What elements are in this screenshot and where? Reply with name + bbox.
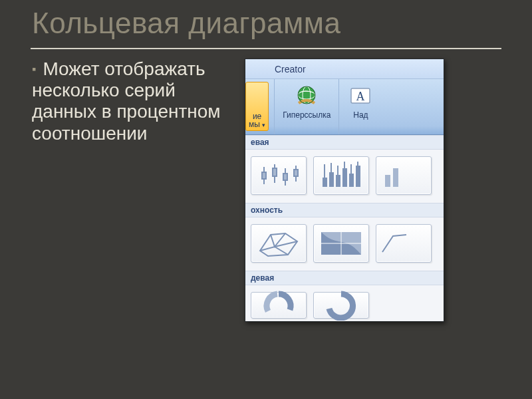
svg-rect-27 [393, 168, 398, 187]
chart-thumb-surface-3[interactable] [376, 224, 432, 263]
svg-rect-17 [342, 168, 347, 187]
bullet-list: Может отображать несколько серий данных … [32, 59, 231, 322]
chart-thumb-surface-1[interactable] [251, 224, 307, 263]
surface-3d-icon [255, 228, 303, 259]
surface-contour-icon [317, 228, 365, 259]
ribbon: ие мы ▾ Гиперссылка [245, 79, 444, 135]
chart-thumb-stock-1[interactable] [251, 156, 307, 195]
chart-thumb-doughnut-1[interactable] [251, 292, 307, 319]
surface-3-icon [380, 228, 428, 259]
svg-rect-13 [294, 170, 298, 176]
svg-rect-15 [329, 172, 334, 187]
doughnut-icon [255, 290, 303, 321]
chart-dropdown-button[interactable]: ие мы ▾ [245, 82, 269, 131]
stock-chart-icon [255, 160, 303, 191]
hyperlink-button[interactable]: Гиперссылка [280, 82, 333, 121]
svg-rect-26 [385, 175, 390, 187]
gallery-section-doughnut: девая [245, 271, 444, 285]
office-screenshot: Creator ие мы ▾ [245, 59, 444, 322]
gallery-row-doughnut [245, 285, 444, 321]
stock-bar-chart-icon [317, 160, 365, 191]
slide: Кольцевая диаграмма Может отображать нес… [28, 4, 504, 374]
svg-rect-14 [323, 178, 327, 187]
slide-content: Может отображать несколько серий данных … [28, 59, 504, 322]
bullet-item: Может отображать несколько серий данных … [32, 59, 231, 144]
slide-title: Кольцевая диаграмма [28, 4, 504, 48]
chart-gallery: евая [245, 135, 444, 321]
doughnut-2-icon [317, 290, 365, 321]
chevron-down-icon: ▾ [262, 122, 265, 128]
chart-thumb-surface-2[interactable] [313, 224, 369, 263]
textbox-icon: A [347, 83, 374, 110]
svg-rect-19 [356, 166, 360, 187]
ribbon-group-chart: ие мы ▾ [245, 79, 275, 134]
app-header-label: Creator [275, 64, 306, 74]
chart-thumb-doughnut-2[interactable] [313, 292, 369, 319]
divider [31, 48, 501, 49]
gallery-section-surface: охность [245, 203, 444, 217]
ribbon-group-links: Гиперссылка [275, 79, 339, 134]
textbox-button[interactable]: A Над [344, 82, 376, 121]
svg-rect-16 [336, 175, 340, 187]
gallery-row-stock [245, 150, 444, 203]
globe-icon [293, 83, 320, 110]
svg-rect-18 [349, 174, 354, 187]
chart-thumb-stock-3[interactable] [376, 156, 432, 195]
stock-chart-3-icon [380, 160, 428, 191]
gallery-section-stock: евая [245, 135, 444, 150]
svg-rect-11 [283, 174, 287, 180]
ribbon-group-text: A Над [339, 79, 382, 134]
ribbon-title-bar: Creator [245, 59, 444, 79]
gallery-row-surface [245, 217, 444, 271]
svg-text:A: A [356, 90, 365, 103]
svg-rect-9 [273, 168, 277, 176]
chart-thumb-stock-2[interactable] [313, 156, 369, 195]
svg-rect-7 [262, 172, 266, 179]
